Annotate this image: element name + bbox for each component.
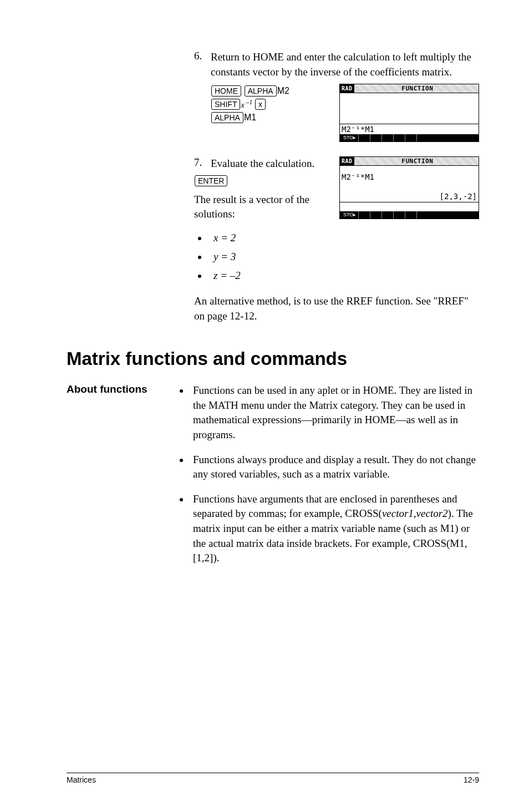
solution-y: y = 3 <box>208 251 479 263</box>
about-item-2: Functions always produce and display a r… <box>190 453 479 482</box>
rad-badge: RAD <box>340 84 354 93</box>
page-footer: Matrices 12-9 <box>67 773 479 784</box>
m1-text: M1 <box>244 113 256 122</box>
step-6-text: Return to HOME and enter the calculation… <box>211 50 479 79</box>
screen-title: FUNCTION <box>357 84 479 93</box>
history-result: [2,3,-2] <box>440 192 477 201</box>
shift-key: SHIFT <box>211 99 240 110</box>
rad-badge-2: RAD <box>340 157 354 165</box>
calc-screen-2: RAD FUNCTION M2⁻¹*M1 [2,3,-2] STO▸ <box>339 156 479 219</box>
sto-menu: STO▸ <box>341 134 359 141</box>
about-item-3-text: Functions have arguments that are enclos… <box>193 493 473 564</box>
history-expr: M2⁻¹*M1 <box>342 172 374 181</box>
about-functions: About functions Functions can be used in… <box>67 383 479 576</box>
about-label: About functions <box>67 383 177 395</box>
enter-key: ENTER <box>195 175 227 186</box>
alt-method-note: An alternative method, is to use the RRE… <box>194 294 479 323</box>
step-6-number: 6. <box>194 50 211 62</box>
about-item-1: Functions can be used in any aplet or in… <box>190 383 479 442</box>
sto-menu-2: STO▸ <box>341 211 359 219</box>
step-6-detail: HOME ALPHAM2 SHIFTx –1 x ALPHAM1 RAD FUN… <box>194 84 479 142</box>
x-key: x <box>255 99 266 110</box>
home-key: HOME <box>211 85 241 97</box>
footer-section: Matrices <box>67 775 96 784</box>
solution-z: z = –2 <box>208 270 479 282</box>
x-inv-label: x –1 <box>241 101 252 109</box>
step-7-row: 7. Evaluate the calculation. ENTER The r… <box>194 156 479 222</box>
screen-title-2: FUNCTION <box>357 157 479 165</box>
about-body: Functions can be used in any aplet or in… <box>177 383 479 576</box>
m2-text: M2 <box>277 86 289 95</box>
step-6-keys: HOME ALPHAM2 SHIFTx –1 x ALPHAM1 <box>211 84 328 125</box>
alpha-key: ALPHA <box>245 85 277 97</box>
calc-input-line: M2⁻¹*M1 <box>340 124 479 134</box>
step-7-left: 7. Evaluate the calculation. ENTER The r… <box>194 156 328 222</box>
result-intro: The result is a vector of the solutions: <box>194 192 328 222</box>
about-item-3: Functions have arguments that are enclos… <box>190 492 479 566</box>
step-6: 6. Return to HOME and enter the calculat… <box>194 50 479 79</box>
solutions-block: x = 2 y = 3 z = –2 <box>194 232 479 282</box>
step-7-number: 7. <box>194 156 211 169</box>
calc-input-2 <box>340 202 479 211</box>
step-7-text: Evaluate the calculation. <box>211 156 328 171</box>
calc-screen-1: RAD FUNCTION M2⁻¹*M1 STO▸ <box>339 84 479 142</box>
solution-x: x = 2 <box>208 232 479 244</box>
section-heading: Matrix functions and commands <box>67 348 479 369</box>
alpha-key-2: ALPHA <box>211 112 243 123</box>
footer-page: 12-9 <box>464 775 479 784</box>
